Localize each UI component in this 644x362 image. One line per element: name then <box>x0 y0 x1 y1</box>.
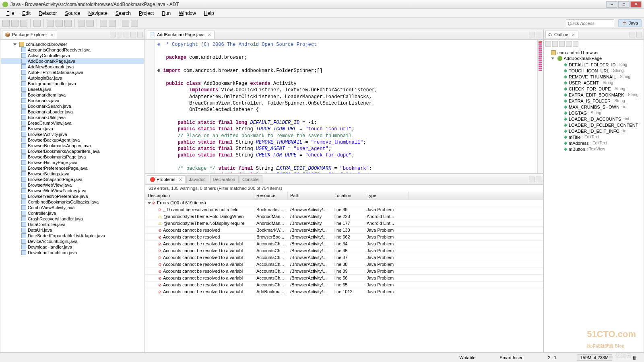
maximize-button[interactable]: □ <box>618 1 630 8</box>
menu-help[interactable]: Help <box>201 10 217 17</box>
outline-class[interactable]: 🟢 AddBookmarkPage <box>545 56 643 62</box>
file-node[interactable]: BreadCrumbView.java <box>1 120 144 126</box>
outline-member[interactable]: ◆ LOGTAG : String <box>545 110 643 116</box>
menu-refactor[interactable]: Refactor <box>35 10 60 17</box>
file-node[interactable]: AddNewBookmark.java <box>1 64 144 70</box>
file-node[interactable]: DataUri.java <box>1 227 144 233</box>
outline-member[interactable]: ◆ mTitle : EditText <box>545 134 643 140</box>
file-node[interactable]: BaseUi.java <box>1 86 144 92</box>
outline-member[interactable]: ◆ DEFAULT_FOLDER_ID : long <box>545 62 643 68</box>
file-node[interactable]: BrowserHistoryPage.java <box>1 160 144 165</box>
file-node[interactable]: BookmarkItem.java <box>1 92 144 98</box>
minimize-view-button[interactable] <box>130 32 136 37</box>
menu-window[interactable]: Window <box>175 10 199 17</box>
package-node[interactable]: com.android.browser <box>1 41 144 47</box>
file-node[interactable]: CrashRecoveryHandler.java <box>1 216 144 222</box>
problems-table[interactable]: DescriptionResourcePathLocationType Erro… <box>145 192 543 352</box>
build-button[interactable] <box>33 20 41 27</box>
outline-member[interactable]: ◆ REMOVE_THUMBNAIL : String <box>545 74 643 80</box>
problem-row[interactable]: @android:style/Theme.Holo.DialogWhenAndr… <box>145 213 543 220</box>
new-button[interactable] <box>2 20 10 27</box>
file-node[interactable]: BrowserPreferencesPage.java <box>1 165 144 171</box>
outline-member[interactable]: ◆ CHECK_FOR_DUPE : String <box>545 86 643 92</box>
file-node[interactable]: AutoFillProfileDatabase.java <box>1 70 144 75</box>
minimize-outline-button[interactable] <box>630 32 635 37</box>
column-header[interactable]: Location <box>332 192 364 199</box>
file-node[interactable]: BrowserYesNoPreference.java <box>1 193 144 199</box>
file-node[interactable]: CombinedBookmarksCallbacks.java <box>1 199 144 205</box>
nav-back-button[interactable] <box>122 20 129 27</box>
menu-search[interactable]: Search <box>112 10 134 17</box>
file-node[interactable]: AddBookmarkPage.java <box>1 58 144 64</box>
file-node[interactable]: DeviceAccountLogin.java <box>1 239 144 244</box>
file-node[interactable]: BrowserSnapshotPage.java <box>1 177 144 182</box>
maximize-editor-button[interactable] <box>536 32 541 37</box>
overview-ruler[interactable] <box>537 40 543 173</box>
file-node[interactable]: BrowserActivity.java <box>1 132 144 137</box>
column-header[interactable]: Description <box>145 192 254 199</box>
close-icon[interactable]: ✕ <box>50 33 54 37</box>
problem-row[interactable]: Accounts cannot be resolvedBookmarkW.../… <box>145 227 543 234</box>
package-explorer-tree[interactable]: com.android.browser AccountsChangedRecei… <box>0 40 144 352</box>
file-node[interactable]: BookmarkUtils.java <box>1 115 144 120</box>
quick-access-input[interactable] <box>566 19 614 27</box>
outline-tree[interactable]: com.android.browser🟢 AddBookmarkPage◆ DE… <box>544 48 644 352</box>
file-node[interactable]: ActivityController.java <box>1 53 144 58</box>
outline-member[interactable]: ◆ EXTRA_IS_FOLDER : String <box>545 98 643 104</box>
menu-edit[interactable]: Edit <box>19 10 34 17</box>
hide-nonpublic-button[interactable] <box>566 41 572 47</box>
view-menu-button[interactable] <box>124 32 129 37</box>
outline-tab[interactable]: 🗂 Outline ✕ <box>545 31 578 38</box>
file-node[interactable]: BrowserWebView.java <box>1 182 144 188</box>
tab-javadoc[interactable]: Javadoc <box>186 175 209 183</box>
maximize-outline-button[interactable] <box>636 32 642 37</box>
problem-row[interactable]: Accounts cannot be resolved to a variabl… <box>145 288 543 295</box>
outline-member[interactable]: ◆ LOADER_ID_EDIT_INFO : int <box>545 128 643 134</box>
file-node[interactable]: AutologinBar.java <box>1 75 144 81</box>
problem-row[interactable]: _ID cannot be resolved or is not a field… <box>145 206 543 213</box>
column-header[interactable]: Path <box>288 192 332 199</box>
problem-row[interactable]: Accounts cannot be resolved to a variabl… <box>145 275 543 282</box>
problem-row[interactable]: Accounts cannot be resolved to a variabl… <box>145 254 543 261</box>
open-type-button[interactable] <box>100 20 107 27</box>
hide-local-button[interactable] <box>573 41 578 47</box>
new-package-button[interactable] <box>78 20 85 27</box>
problem-row[interactable]: Accounts cannot be resolved to a variabl… <box>145 268 543 275</box>
file-node[interactable]: Bookmarks.java <box>1 98 144 103</box>
save-button[interactable] <box>11 20 19 27</box>
file-node[interactable]: BrowserBookmarksAdapterItem.java <box>1 148 144 154</box>
close-icon[interactable]: ✕ <box>572 33 575 37</box>
problem-row[interactable]: Accounts cannot be resolved to a variabl… <box>145 261 543 268</box>
column-header[interactable]: Resource <box>254 192 288 199</box>
file-node[interactable]: BackgroundHandler.java <box>1 81 144 86</box>
minimize-button[interactable]: – <box>606 1 617 8</box>
tab-problems[interactable]: 🔴 Problems ✕ <box>147 175 186 183</box>
tab-console[interactable]: Console <box>239 175 262 183</box>
column-header[interactable]: Type <box>364 192 409 199</box>
gc-button[interactable]: 🗑 <box>628 355 641 360</box>
file-node[interactable]: BrowserBackupAgent.java <box>1 137 144 143</box>
package-explorer-tab[interactable]: 📦 Package Explorer ✕ <box>2 31 57 39</box>
file-node[interactable]: BookmarksLoader.java <box>1 109 144 115</box>
new-class-button[interactable] <box>87 20 94 27</box>
problem-row[interactable]: Accounts cannot be resolved to a variabl… <box>145 282 543 288</box>
hide-static-button[interactable] <box>559 41 565 47</box>
problem-row[interactable]: Accounts cannot be resolved to a variabl… <box>145 241 543 247</box>
outline-member[interactable]: ◆ EXTRA_EDIT_BOOKMARK : String <box>545 92 643 98</box>
file-node[interactable]: DownloadTouchIcon.java <box>1 250 144 255</box>
outline-member[interactable]: ◆ mAddress : EditText <box>545 140 643 146</box>
close-icon[interactable]: ✕ <box>208 33 211 37</box>
minimize-view-button[interactable] <box>529 177 535 182</box>
file-node[interactable]: BrowserBookmarksPage.java <box>1 154 144 160</box>
menu-navigate[interactable]: Navigate <box>85 10 110 17</box>
outline-member[interactable]: ◆ USER_AGENT : String <box>545 80 643 86</box>
problem-row[interactable]: @android:style/Theme.NoDisplay requireAn… <box>145 220 543 227</box>
errors-group[interactable]: Errors (100 of 619 items) <box>145 200 543 206</box>
file-node[interactable]: BrowserSettings.java <box>1 171 144 177</box>
menu-run[interactable]: Run <box>159 10 174 17</box>
menu-project[interactable]: Project <box>136 10 157 17</box>
menu-file[interactable]: File <box>3 10 17 17</box>
file-node[interactable]: DateSortedExpandableListAdapter.java <box>1 233 144 239</box>
close-button[interactable]: ✕ <box>630 1 642 8</box>
hide-fields-button[interactable] <box>552 41 558 47</box>
